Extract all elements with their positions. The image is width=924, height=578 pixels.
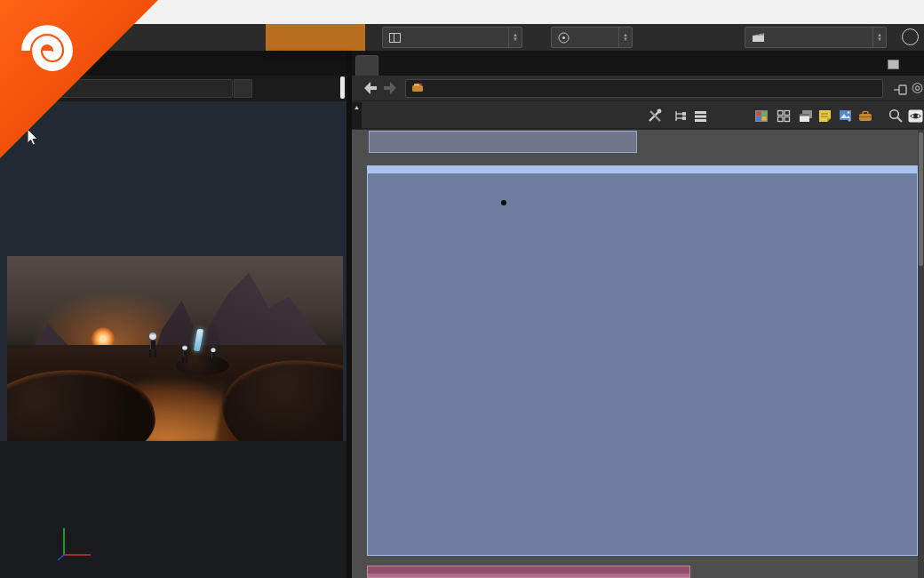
windows-stack-icon[interactable] [798,108,813,123]
sticky-note-icon[interactable] [817,108,832,123]
left-scrollbar-thumb[interactable] [340,76,345,99]
desktop-selector-spinner[interactable]: ▲▼ [508,28,522,47]
network-vscrollbar[interactable] [918,130,924,578]
network-nav-row: ◎ [352,76,924,101]
desktop-selector[interactable]: ▲▼ [382,27,522,48]
tree-view-icon[interactable] [673,108,688,123]
scene-viewport[interactable] [0,101,346,578]
pin-pane-icon[interactable] [894,83,908,99]
maximize-button[interactable] [842,0,883,24]
scene-view-selector-spinner[interactable]: ▲▼ [872,28,886,47]
render-image [7,256,343,441]
network-canvas[interactable] [352,130,924,578]
pane-tab-selector-spinner[interactable]: ▲▼ [618,28,632,47]
forward-icon[interactable] [382,81,398,99]
shot-dropdown-menu [266,51,348,52]
axis-gizmo [52,518,98,566]
tab-stage[interactable] [355,55,378,76]
back-icon[interactable] [362,81,378,99]
network-scroll-arrow[interactable]: ▲ [352,102,362,129]
visibility-eye-icon[interactable] [908,108,923,123]
color-palette-icon[interactable] [753,108,769,123]
left-pane [0,51,346,578]
network-tabbar [352,51,924,76]
main-menubar: ▲▼ ▲▼ ▲▼ [0,24,924,51]
mouse-cursor-icon [27,128,41,149]
shot-menu-button[interactable] [266,24,365,51]
robot-character-main [149,333,156,357]
radial-menu-icon [558,32,570,44]
network-editor-pane: ◎ ▲ [352,51,924,578]
pane-tab-selector[interactable]: ▲▼ [551,27,633,48]
help-button[interactable] [902,28,919,45]
close-button[interactable] [883,0,924,24]
follow-target-icon[interactable]: ◎ [912,79,923,95]
network-nodes-layer [352,130,924,578]
houdini-swirl-icon [12,16,82,85]
robot-character-3 [211,348,215,364]
svg-text:+: + [848,117,851,123]
houdini-window: ▲▼ ▲▼ ▲▼ [0,0,924,578]
scene-view-selector[interactable]: ▲▼ [745,27,887,48]
desktop-grid-icon [389,33,401,43]
work-input-dot[interactable] [501,200,506,205]
robot-character-2 [182,345,187,363]
stage-icon [411,83,424,95]
background-image-icon[interactable]: + [838,108,853,123]
list-view-icon[interactable] [693,108,708,123]
grid-layout-icon[interactable] [776,108,791,123]
find-node-icon[interactable] [888,108,903,123]
minimize-button[interactable] [801,0,842,24]
tools-wrench-icon[interactable] [647,108,662,123]
network-menu-row: ▲ + [352,102,924,129]
clapperboard-icon [752,32,765,43]
pane-maximize-icon[interactable] [888,60,899,69]
network-path-field[interactable] [405,79,883,98]
left-path-dropdown-icon[interactable] [234,79,252,98]
toolbox-icon[interactable] [857,108,872,123]
